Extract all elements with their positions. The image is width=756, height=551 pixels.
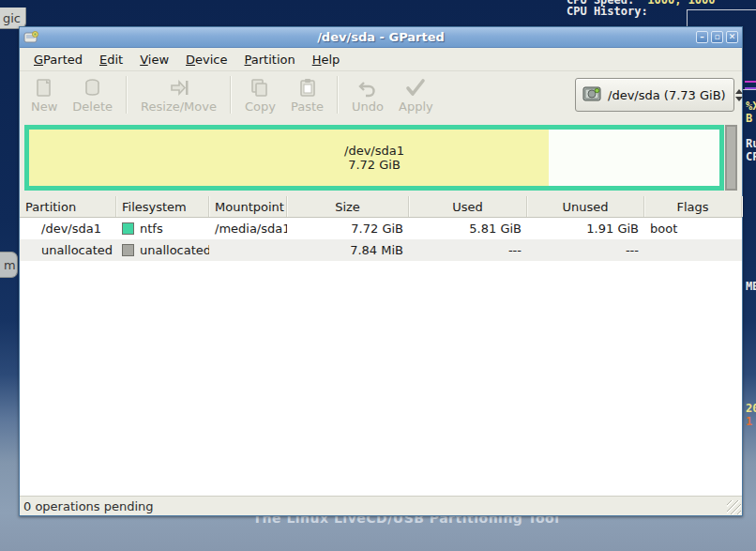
partition-visual-label: /dev/sda1 7.72 GiB [29,144,719,172]
edge-tab-m[interactable]: m [0,252,18,278]
toolbar-separator [230,76,232,114]
conky-fragment: 20 [746,402,756,415]
graph-line-fragment [745,87,756,89]
cell-flags: boot [644,222,742,236]
device-selector[interactable]: /dev/sda (7.73 GiB) [575,78,734,112]
cell-unused: --- [527,243,644,257]
undo-icon [356,77,379,99]
graph-line-fragment [745,81,756,83]
menu-device[interactable]: Device [177,50,235,69]
toolbar: NewDeleteResize/MoveCopyPasteUndoApply /… [20,71,742,118]
menu-help[interactable]: Help [304,50,349,69]
cell-used: --- [409,243,527,257]
spinner-arrows-icon[interactable] [732,89,743,101]
unallocated-visual[interactable] [725,125,737,191]
column-header-unused[interactable]: Unused [527,196,644,217]
device-selector-value: /dev/sda (7.73 GiB) [608,88,726,102]
table-row--dev-sda1[interactable]: /dev/sda1ntfs/media/sda17.72 GiB5.81 GiB… [20,218,742,239]
close-button[interactable]: ✕ [726,31,738,43]
window-title: /dev/sda - GParted [20,30,742,44]
undo-button[interactable]: Undo [344,73,391,116]
menu-view[interactable]: View [131,50,177,69]
resize-move-button[interactable]: Resize/Move [133,73,224,116]
title-bar[interactable]: /dev/sda - GParted – ▫ ✕ [20,27,742,48]
disk-visual-area: /dev/sda1 7.72 GiB [20,118,742,196]
partition-table: /dev/sda1ntfs/media/sda17.72 GiB5.81 GiB… [20,218,742,496]
conky-fragment: %X [746,99,756,113]
paste-icon [296,77,319,99]
column-header-partition[interactable]: Partition [20,196,116,217]
new-button[interactable]: New [23,73,65,116]
column-header-mountpoint[interactable]: Mountpoint [209,196,287,217]
column-header-flags[interactable]: Flags [644,196,742,217]
desktop: CPU Speed:1000, 1000 CPU History: %XBRuC… [0,0,756,551]
cell-partition: unallocated [20,243,116,257]
conky-fragment: MB [746,280,756,293]
conky-fragment: Ru [746,137,756,150]
maximize-button[interactable]: ▫ [711,31,723,43]
cell-size: 7.72 GiB [287,222,409,236]
resize-move-icon [168,77,190,99]
conky-fragment: CP [746,150,756,163]
paste-button[interactable]: Paste [283,73,331,116]
cell-used: 5.81 GiB [409,222,527,236]
cell-filesystem: ntfs [116,222,209,236]
delete-icon [82,77,104,99]
delete-button[interactable]: Delete [65,73,120,116]
cell-filesystem: unallocated [116,243,209,257]
gparted-window: /dev/sda - GParted – ▫ ✕ GPartedEditView… [19,26,743,516]
column-header-filesystem[interactable]: Filesystem [116,196,209,217]
cell-partition: /dev/sda1 [20,222,116,236]
partition-visual-sda1[interactable]: /dev/sda1 7.72 GiB [24,125,724,191]
toolbar-separator [337,76,339,114]
table-header: PartitionFilesystemMountpointSizeUsedUnu… [20,196,742,218]
menu-partition[interactable]: Partition [236,50,304,69]
menu-edit[interactable]: Edit [91,50,131,69]
menu-gparted[interactable]: GParted [25,50,91,69]
pending-operations-text: 0 operations pending [23,499,154,513]
copy-icon [249,77,271,99]
column-header-size[interactable]: Size [287,196,409,217]
gparted-app-icon [23,30,39,44]
conky-fragment: 1 [746,415,752,428]
resize-grip[interactable] [727,500,741,514]
conky-fragment: B [746,112,752,125]
column-header-used[interactable]: Used [409,196,527,217]
toolbar-separator [126,76,128,114]
apply-button[interactable]: Apply [391,73,441,116]
conky-cpu-history-label: CPU History: [567,5,648,18]
minimize-button[interactable]: – [696,31,708,43]
cell-unused: 1.91 GiB [527,222,644,236]
filesystem-color-chip [122,222,134,235]
copy-button[interactable]: Copy [237,73,283,116]
cell-mountpoint: /media/sda1 [209,222,287,236]
hard-disk-icon [582,84,602,106]
status-bar: 0 operations pending [20,496,742,515]
apply-icon [404,77,427,99]
new-partition-icon [33,77,55,99]
table-row-unallocated[interactable]: unallocatedunallocated7.84 MiB------ [20,239,742,261]
cell-size: 7.84 MiB [287,243,409,257]
filesystem-color-chip [122,244,134,256]
menu-bar: GPartedEditViewDevicePartitionHelp [20,48,742,71]
